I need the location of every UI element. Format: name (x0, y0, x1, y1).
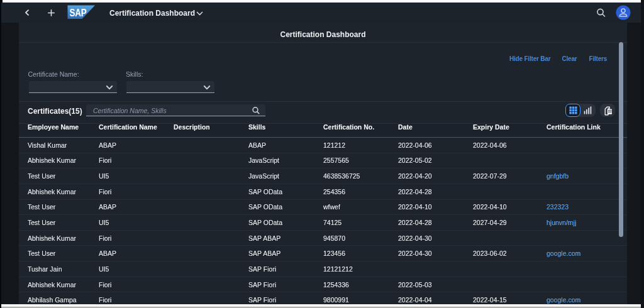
svg-text:SAP: SAP (70, 7, 87, 19)
